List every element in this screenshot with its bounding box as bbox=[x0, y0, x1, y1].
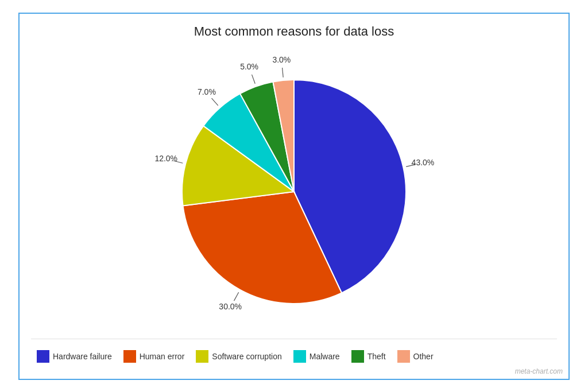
legend-item-other: Other bbox=[397, 350, 434, 363]
label-text-software-corruption: 12.0% bbox=[154, 153, 177, 162]
legend-swatch-5 bbox=[397, 350, 410, 363]
label-text-other: 3.0% bbox=[272, 55, 291, 64]
label-text-human-error: 30.0% bbox=[219, 302, 242, 311]
legend-swatch-0 bbox=[37, 350, 49, 363]
svg-rect-2 bbox=[196, 350, 208, 363]
svg-rect-4 bbox=[351, 350, 364, 363]
legend-item-human-error: Human error bbox=[123, 350, 185, 363]
label-text-malware: 7.0% bbox=[198, 87, 216, 96]
chart-container: Most common reasons for data loss 43.0%3… bbox=[18, 13, 570, 380]
pie-slices bbox=[182, 80, 406, 304]
legend-swatch-4 bbox=[351, 350, 364, 363]
pie-chart-svg: 43.0%30.0%12.0%7.0%5.0%3.0% bbox=[133, 60, 455, 324]
pie-area: 43.0%30.0%12.0%7.0%5.0%3.0% bbox=[31, 45, 557, 339]
legend-swatch-2 bbox=[196, 350, 208, 363]
legend-item-hardware-failure: Hardware failure bbox=[37, 350, 112, 363]
label-text-hardware-failure: 43.0% bbox=[412, 157, 435, 166]
legend-swatch-3 bbox=[293, 350, 306, 363]
svg-rect-3 bbox=[293, 350, 306, 363]
label-line-4 bbox=[252, 74, 255, 83]
chart-title: Most common reasons for data loss bbox=[194, 24, 394, 39]
label-line-5 bbox=[283, 67, 284, 77]
legend: Hardware failureHuman errorSoftware corr… bbox=[31, 339, 557, 373]
legend-item-software-corruption: Software corruption bbox=[196, 350, 281, 363]
legend-label-4: Theft bbox=[368, 352, 386, 361]
label-line-3 bbox=[211, 98, 218, 106]
legend-label-3: Malware bbox=[310, 352, 340, 361]
label-line-1 bbox=[234, 292, 238, 301]
legend-label-5: Other bbox=[413, 352, 434, 361]
legend-label-0: Hardware failure bbox=[53, 352, 112, 361]
legend-item-malware: Malware bbox=[293, 350, 340, 363]
legend-item-theft: Theft bbox=[351, 350, 386, 363]
svg-rect-5 bbox=[397, 350, 410, 363]
svg-rect-1 bbox=[123, 350, 136, 363]
legend-swatch-1 bbox=[123, 350, 136, 363]
watermark: meta-chart.com bbox=[515, 367, 563, 375]
label-text-theft: 5.0% bbox=[240, 62, 258, 71]
legend-label-2: Software corruption bbox=[212, 352, 281, 361]
svg-rect-0 bbox=[37, 350, 49, 363]
legend-label-1: Human error bbox=[140, 352, 185, 361]
